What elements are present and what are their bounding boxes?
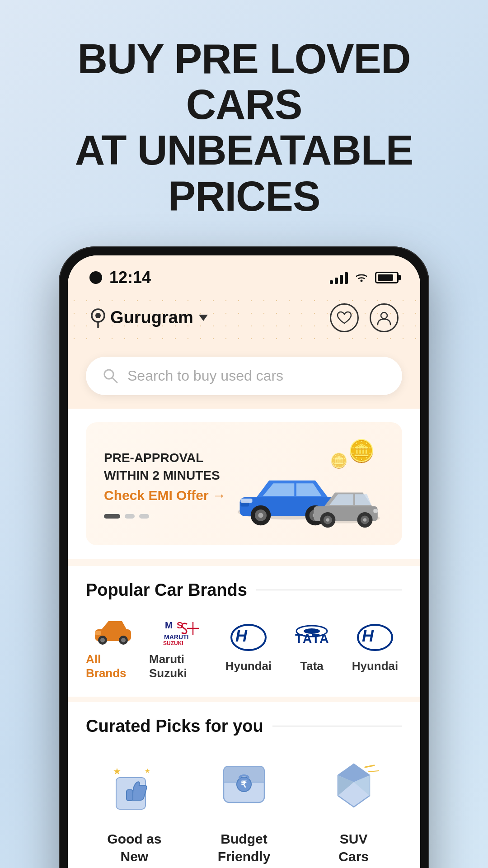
curated-picks-section: Curated Picks for you [68,702,420,868]
status-icons [330,271,399,284]
picks-grid: ★ ★ Good asNew [86,750,402,868]
phone-frame: 12:14 [59,246,429,868]
car-gray-image [307,479,384,529]
banner-dot-2 [125,514,135,519]
section-divider [256,590,402,590]
curated-picks-header: Curated Picks for you [86,717,402,736]
svg-text:★: ★ [145,767,150,774]
wishlist-button[interactable] [330,303,359,332]
header-actions [330,303,399,332]
brand-tata[interactable]: TATA Tata [285,621,339,673]
svg-point-4 [381,312,387,319]
search-section: Search to buy used cars [68,346,420,409]
popular-brands-section: Popular Car Brands [68,566,420,697]
search-input[interactable]: Search to buy used cars [127,368,283,384]
svg-line-6 [113,378,117,382]
brand-all-label: All Brands [86,652,140,680]
pick-good-as-new[interactable]: ★ ★ Good asNew [86,750,183,865]
svg-point-24 [363,518,367,522]
chevron-down-icon [199,315,208,321]
svg-line-56 [365,765,374,767]
brand-hyundai-1-label: Hyundai [225,659,272,673]
svg-point-11 [258,513,263,518]
thumb-up-icon: ★ ★ [105,757,164,816]
phone-wrapper: 12:14 [0,237,488,868]
brands-row: All Brands M S MARUTI SUZUKI [86,614,402,688]
status-time-block: 12:14 [89,268,151,287]
svg-rect-25 [373,509,377,513]
banner-card[interactable]: PRE-APPROVAL WITHIN 2 MINUTES Check EMI … [86,422,402,545]
popular-brands-title: Popular Car Brands [86,580,247,600]
brand-hyundai-2[interactable]: H Hyundai [348,621,402,673]
suv-icon [324,757,383,816]
svg-point-28 [100,638,105,642]
svg-text:SUZUKI: SUZUKI [163,640,183,645]
pick-budget-friendly-label: BudgetFriendly [218,830,271,865]
banner-dot-3 [139,514,149,519]
battery-icon [375,272,399,283]
curated-picks-title: Curated Picks for you [86,717,263,736]
hyundai-logo-icon-2: H [355,623,395,652]
banner-section: PRE-APPROVAL WITHIN 2 MINUTES Check EMI … [68,409,420,559]
coin-icon: 🪙 [348,439,375,464]
hero-section: BUY PRE LOVED CARS AT UNBEATABLE PRICES [0,0,488,237]
svg-line-57 [369,771,379,772]
location-pin-icon [89,308,107,328]
svg-point-30 [121,638,126,642]
banner-dot-1 [104,514,120,519]
pick-suv-cars-label: SUVCars [338,830,369,865]
location-selector[interactable]: Gurugram [89,308,208,328]
banner-image: 🪙 🪙 [231,439,384,529]
svg-point-21 [326,518,330,522]
tata-logo-icon: TATA [291,623,332,652]
signal-icon [330,271,348,284]
brand-all-brands[interactable]: All Brands [86,614,140,680]
curated-section-divider [272,726,402,726]
brand-hyundai-2-label: Hyundai [352,659,399,673]
hero-title: BUY PRE LOVED CARS AT UNBEATABLE PRICES [27,36,461,219]
wifi-icon [354,273,369,283]
brand-maruti-label: Maruti Suzuki [149,652,212,680]
svg-text:M: M [165,620,173,630]
banner-cta[interactable]: Check EMI Offer → [104,488,231,503]
pick-suv-cars[interactable]: SUVCars [305,750,402,865]
app-header: Gurugram [68,294,420,346]
svg-text:H: H [362,627,374,645]
pick-budget-friendly[interactable]: ₹ BudgetFriendly [196,750,293,865]
maruti-logo-icon: M S MARUTI SUZUKI [160,616,201,645]
svg-point-42 [304,628,320,634]
popular-brands-header: Popular Car Brands [86,580,402,600]
svg-point-2 [95,313,101,318]
profile-icon [376,310,392,326]
svg-point-0 [361,279,363,282]
banner-dots [104,514,231,519]
battery-fill [378,274,393,281]
svg-text:★: ★ [113,766,121,776]
svg-text:₹: ₹ [241,779,247,789]
svg-text:MARUTI: MARUTI [164,633,188,641]
phone-screen: 12:14 [68,255,420,868]
search-bar[interactable]: Search to buy used cars [86,357,402,395]
brand-maruti[interactable]: M S MARUTI SUZUKI Maruti Su [149,614,212,680]
heart-icon [337,311,352,325]
banner-line2: WITHIN 2 MINUTES [104,467,231,484]
svg-rect-31 [95,631,101,635]
status-bar: 12:14 [68,255,420,294]
location-label: Gurugram [110,308,193,327]
search-icon [102,368,118,384]
pick-good-as-new-label: Good asNew [107,830,161,865]
svg-text:H: H [235,627,248,645]
hyundai-logo-icon-1: H [228,623,269,652]
time-display: 12:14 [109,268,151,287]
banner-text: PRE-APPROVAL WITHIN 2 MINUTES Check EMI … [104,449,231,519]
all-brands-car-icon [93,616,133,645]
banner-line1: PRE-APPROVAL [104,449,231,467]
wallet-icon: ₹ [215,757,273,816]
brand-hyundai-1[interactable]: H Hyundai [221,621,276,673]
svg-rect-46 [127,790,133,801]
brand-tata-label: Tata [300,659,324,673]
svg-rect-16 [240,499,252,503]
profile-button[interactable] [370,303,399,332]
camera-dot [89,271,102,284]
